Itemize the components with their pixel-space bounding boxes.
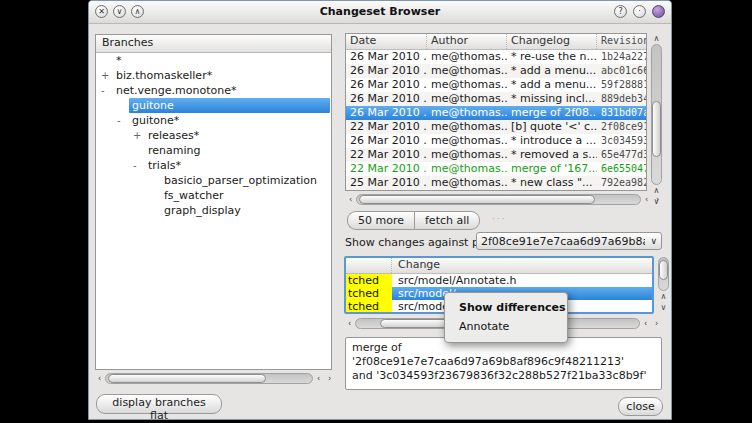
branch-tree-item[interactable]: +releases* xyxy=(97,128,330,143)
branch-tree-item[interactable]: fs_watcher xyxy=(97,188,330,203)
scrollbar-thumb[interactable] xyxy=(652,101,661,157)
branch-label: basicio_parser_optimization xyxy=(161,173,320,188)
screen: Changeset Browser ✕ ∨ ∧ ? · Branches *+b… xyxy=(0,0,752,423)
help-icon[interactable]: ? xyxy=(614,5,627,18)
expand-icon[interactable]: + xyxy=(101,68,113,83)
collapse-icon[interactable]: - xyxy=(117,113,129,128)
close-button[interactable]: close xyxy=(618,397,663,416)
revisions-hscrollbar[interactable]: ‹ ‹ › xyxy=(345,193,663,206)
branch-tree-item[interactable]: -trials* xyxy=(97,158,330,173)
branch-label: net.venge.monotone* xyxy=(113,83,239,98)
branch-tree-item[interactable]: basicio_parser_optimization xyxy=(97,173,330,188)
revision-row[interactable]: 26 Mar 2010 ...me@thomas...* add a menu.… xyxy=(346,64,646,78)
display-branches-flat-button[interactable]: display branches flat xyxy=(96,394,222,414)
parent-revision-select[interactable]: 2f08ce91e7e7caa6d97a69b8af89 ∨ xyxy=(476,232,662,250)
scroll-right-icon[interactable]: › xyxy=(324,373,335,384)
column-header-date[interactable]: Date xyxy=(346,34,427,49)
revision-author: me@thomas... xyxy=(427,120,507,134)
column-header-author[interactable]: Author xyxy=(427,34,507,49)
scroll-left-icon[interactable]: ‹ xyxy=(313,373,324,384)
scrollbar-track[interactable] xyxy=(105,373,313,384)
change-row[interactable]: tchedsrc/model/Annotate.h xyxy=(346,274,652,287)
branch-tree-item[interactable]: +biz.thomaskeller* xyxy=(97,68,330,83)
revision-row[interactable]: 26 Mar 2010 ...me@thomas...* missing inc… xyxy=(346,92,646,106)
scroll-left-icon[interactable]: ‹ xyxy=(94,373,105,384)
scroll-left-icon[interactable]: ‹ xyxy=(641,194,652,205)
revision-row[interactable]: 26 Mar 2010 ...me@thomas...* add a menu.… xyxy=(346,78,646,92)
scroll-left-icon[interactable]: ‹ xyxy=(344,318,355,329)
scroll-right-icon[interactable]: › xyxy=(651,318,662,329)
revision-row[interactable]: 26 Mar 2010 ...me@thomas...* introduce a… xyxy=(346,134,646,148)
revision-changelog: merge of 2f08... xyxy=(507,106,597,120)
revision-id: 1b24a227 xyxy=(597,50,646,64)
revisions-table-header[interactable]: DateAuthorChangelogRevision ID xyxy=(346,34,646,50)
branch-label: guitone xyxy=(129,98,330,113)
close-window-icon[interactable]: ✕ xyxy=(95,5,108,18)
branch-label: trials* xyxy=(145,158,184,173)
branches-hscrollbar[interactable]: ‹ ‹ › xyxy=(94,372,335,385)
scrollbar-thumb[interactable] xyxy=(659,260,668,280)
scroll-up-icon[interactable]: ∧ xyxy=(651,33,662,44)
changelog-textbox[interactable]: merge of '2f08ce91e7e7caa6d97a69b8af896c… xyxy=(345,337,662,390)
revision-date: 26 Mar 2010 ... xyxy=(346,106,427,120)
revision-row[interactable]: 22 Mar 2010 ...me@thomas...[b] quote '<'… xyxy=(346,120,646,134)
titlebar[interactable]: Changeset Browser ✕ ∨ ∧ ? · xyxy=(89,1,671,24)
expand-icon[interactable]: + xyxy=(133,128,145,143)
maximize-icon[interactable]: ∧ xyxy=(131,5,144,18)
scrollbar-track[interactable] xyxy=(356,194,641,205)
revision-id: 59f28881 xyxy=(597,78,646,92)
status-column-header xyxy=(346,258,392,273)
revision-changelog: * re-use the n... xyxy=(507,50,597,64)
revision-id: 831bd07a xyxy=(597,106,646,120)
column-header-changelog[interactable]: Changelog xyxy=(507,34,597,49)
branch-tree-item[interactable]: graph_display xyxy=(97,203,330,218)
branch-label: releases* xyxy=(145,128,202,143)
revision-author: me@thomas... xyxy=(427,92,507,106)
revision-row[interactable]: 22 Mar 2010 ...me@thomas...merge of '167… xyxy=(346,162,646,176)
revision-row[interactable]: 22 Mar 2010 ...me@thomas...* removed a s… xyxy=(346,148,646,162)
scrollbar-track[interactable] xyxy=(651,44,662,185)
fetch-more-button[interactable]: 50 more xyxy=(347,211,414,230)
branches-header[interactable]: Branches xyxy=(96,35,331,53)
scrollbar-thumb[interactable] xyxy=(108,374,266,383)
context-menu: Show differencesAnnotate xyxy=(444,292,568,343)
branch-tree-item[interactable]: renaming xyxy=(97,143,330,158)
revision-author: me@thomas... xyxy=(427,134,507,148)
menu-item-show-differences[interactable]: Show differences xyxy=(445,298,567,317)
revision-changelog: * add a menu... xyxy=(507,64,597,78)
revisions-table: DateAuthorChangelogRevision ID 26 Mar 20… xyxy=(345,33,647,191)
revision-row[interactable]: 26 Mar 2010 ...me@thomas...merge of 2f08… xyxy=(346,106,646,120)
revision-row[interactable]: 26 Mar 2010 ...me@thomas...* re-use the … xyxy=(346,50,646,64)
scroll-down-icon[interactable]: ∨ xyxy=(658,302,669,313)
revision-id: 889deb34 xyxy=(597,92,646,106)
menu-item-annotate[interactable]: Annotate xyxy=(445,317,567,336)
changes-vscrollbar[interactable]: ∧ ∨ xyxy=(656,257,671,313)
column-header-revision-id[interactable]: Revision ID xyxy=(597,34,646,49)
revisions-vscrollbar[interactable]: ∧ ∧ ∨ xyxy=(649,33,664,207)
revision-id: 6e655047 xyxy=(597,162,646,176)
revision-row[interactable]: 25 Mar 2010 ...me@thomas...* new class "… xyxy=(346,176,646,190)
branch-label: guitone* xyxy=(129,113,182,128)
scroll-left-icon[interactable]: ‹ xyxy=(640,318,651,329)
scroll-right-icon[interactable]: › xyxy=(652,194,663,205)
fetch-button-group: 50 more fetch all xyxy=(347,211,480,230)
revision-author: me@thomas... xyxy=(427,106,507,120)
fetch-all-button[interactable]: fetch all xyxy=(414,211,480,230)
scroll-up-icon[interactable]: ∧ xyxy=(658,291,669,302)
scrollbar-thumb[interactable] xyxy=(359,195,595,204)
branch-label: * xyxy=(113,53,125,68)
shade-icon[interactable]: · xyxy=(633,5,646,18)
changes-table-header[interactable]: Change xyxy=(346,258,652,274)
branch-tree-item[interactable]: -guitone* xyxy=(97,113,330,128)
branches-panel: Branches *+biz.thomaskeller*-net.venge.m… xyxy=(95,34,332,370)
splitter-handle[interactable]: ··· xyxy=(492,214,507,224)
scrollbar-track[interactable] xyxy=(658,257,669,291)
revision-author: me@thomas... xyxy=(427,162,507,176)
collapse-icon[interactable]: - xyxy=(133,158,145,173)
collapse-icon[interactable]: - xyxy=(101,83,113,98)
minimize-icon[interactable]: ∨ xyxy=(113,5,126,18)
branch-tree-item[interactable]: guitone xyxy=(97,98,330,113)
scroll-left-icon[interactable]: ‹ xyxy=(345,194,356,205)
branch-tree-item[interactable]: * xyxy=(97,53,330,68)
branch-tree-item[interactable]: -net.venge.monotone* xyxy=(97,83,330,98)
